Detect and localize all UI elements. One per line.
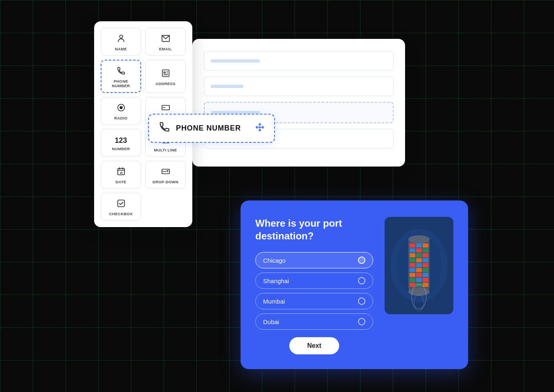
- svg-rect-29: [410, 243, 415, 248]
- quiz-option-dubai[interactable]: Dubai: [255, 313, 373, 330]
- field-item-address[interactable]: ADDRESS: [145, 60, 186, 93]
- svg-rect-30: [416, 243, 422, 248]
- move-icon: [255, 123, 264, 134]
- field-label-multi-line: MULTI LINE: [154, 148, 177, 152]
- field-label-dropdown: DROP DOWN: [153, 180, 178, 184]
- email-icon: [161, 34, 170, 44]
- form-field-1: [204, 51, 394, 71]
- field-label-address: ADDRESS: [155, 81, 176, 86]
- field-label-number: NUMBER: [112, 146, 130, 151]
- svg-point-0: [119, 35, 122, 38]
- form-builder-panel: [192, 39, 405, 167]
- svg-rect-31: [423, 243, 428, 248]
- svg-rect-34: [423, 248, 428, 252]
- quiz-option-dubai-label: Dubai: [263, 318, 279, 325]
- field-item-email[interactable]: EMAIL: [145, 28, 186, 56]
- next-button[interactable]: Next: [289, 337, 340, 354]
- svg-rect-38: [410, 258, 415, 262]
- address-icon: [161, 69, 170, 79]
- svg-rect-36: [416, 253, 422, 257]
- svg-rect-20: [117, 200, 124, 207]
- svg-text:15: 15: [119, 171, 123, 174]
- svg-rect-50: [410, 278, 415, 282]
- quiz-title: Where is your port destination?: [255, 217, 373, 242]
- svg-rect-32: [410, 248, 415, 252]
- quiz-card: Where is your port destination? Chicago …: [241, 201, 468, 369]
- svg-rect-33: [416, 248, 422, 252]
- svg-point-5: [119, 106, 122, 109]
- radio-icon: [117, 103, 126, 113]
- field-label-name: NAME: [115, 47, 127, 51]
- radio-circle-shanghai: [358, 277, 365, 284]
- form-field-2: [204, 77, 394, 96]
- svg-rect-52: [423, 278, 428, 282]
- svg-rect-2: [162, 70, 169, 77]
- quiz-option-mumbai[interactable]: Mumbai: [255, 293, 373, 309]
- quiz-option-shanghai[interactable]: Shanghai: [255, 273, 373, 289]
- field-item-date[interactable]: 15 DATE: [101, 161, 141, 189]
- field-item-phone[interactable]: Phone Number: [101, 60, 141, 93]
- field-label-date: DATE: [115, 180, 126, 184]
- person-icon: [117, 34, 126, 44]
- svg-rect-40: [423, 258, 428, 262]
- svg-rect-39: [416, 258, 422, 262]
- field-item-name[interactable]: NAME: [101, 28, 141, 56]
- svg-point-3: [164, 72, 165, 73]
- svg-rect-55: [423, 283, 428, 287]
- field-item-radio[interactable]: Radio: [101, 97, 141, 125]
- svg-rect-37: [423, 253, 428, 257]
- phone-drag-label: PHONE NUMBER: [176, 124, 241, 133]
- field-item-number[interactable]: 123 NUMBER: [101, 129, 141, 157]
- svg-rect-46: [423, 268, 428, 272]
- svg-rect-42: [416, 263, 422, 267]
- dropdown-icon: [161, 167, 170, 177]
- number-icon: 123: [115, 137, 127, 144]
- quiz-option-chicago-label: Chicago: [263, 257, 286, 264]
- phone-drag-icon: [159, 121, 170, 135]
- field-label-email: EMAIL: [159, 47, 172, 51]
- svg-rect-53: [410, 283, 415, 287]
- field-label-phone: Phone Number: [105, 79, 137, 88]
- checkbox-icon: [117, 199, 126, 209]
- svg-rect-48: [416, 273, 422, 277]
- quiz-option-chicago[interactable]: Chicago: [255, 252, 373, 268]
- svg-rect-49: [423, 273, 428, 277]
- svg-rect-35: [410, 253, 415, 257]
- quiz-option-shanghai-label: Shanghai: [263, 277, 289, 284]
- field-item-checkbox[interactable]: CHECKBOX: [101, 193, 141, 221]
- date-icon: 15: [117, 167, 126, 177]
- field-label-radio: Radio: [114, 116, 128, 120]
- svg-rect-43: [423, 263, 428, 267]
- quiz-left-section: Where is your port destination? Chicago …: [255, 217, 373, 354]
- phone-drag-element[interactable]: PHONE NUMBER: [148, 114, 275, 143]
- svg-rect-44: [410, 268, 415, 272]
- svg-rect-47: [410, 273, 415, 277]
- field-item-dropdown[interactable]: DROP DOWN: [145, 161, 186, 189]
- quiz-right-section: [385, 217, 453, 354]
- quiz-option-mumbai-label: Mumbai: [263, 298, 285, 305]
- radio-circle-mumbai: [358, 297, 365, 305]
- radio-circle-dubai: [358, 318, 365, 325]
- svg-rect-41: [410, 263, 415, 267]
- field-label-checkbox: CHECKBOX: [109, 212, 133, 216]
- radio-circle-chicago: [358, 257, 365, 264]
- svg-point-27: [408, 235, 430, 243]
- single-line-icon: [161, 103, 170, 113]
- phone-icon: [117, 66, 126, 77]
- ship-image: [385, 217, 453, 314]
- svg-rect-51: [416, 278, 422, 282]
- svg-rect-45: [416, 268, 422, 272]
